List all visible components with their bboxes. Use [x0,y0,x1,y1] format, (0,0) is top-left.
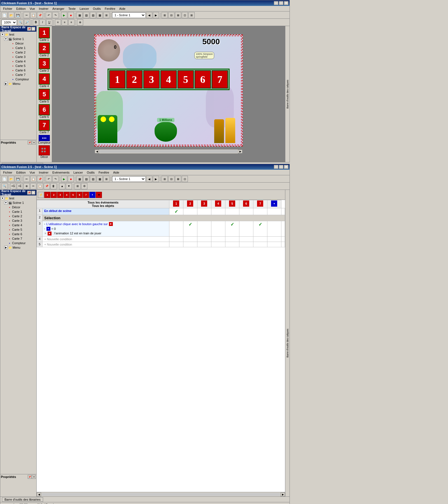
row-content-1[interactable]: En début de scène [43,208,169,215]
view1-btn-b[interactable]: ▦ [76,176,83,182]
row-action-5-5[interactable] [225,242,239,247]
undo-btn-b[interactable]: ↶ [46,176,52,182]
tree-root-top[interactable]: ▼ 📁 test [1,32,36,37]
tree-carte2-top[interactable]: ▪ Carte 2 [1,50,36,55]
hscroll-top[interactable]: ◀ ▶ [94,149,243,154]
row-action-4-4[interactable] [211,237,225,242]
layers-btn[interactable]: ⊞ [188,12,195,18]
menu-vue-top[interactable]: Vue [28,6,37,11]
event-up-btn[interactable]: ▲ [59,183,65,189]
prev-scene-btn-b[interactable]: ◀ [146,176,152,182]
hscroll-track-bottom[interactable] [42,493,280,496]
event-toggle-btn[interactable]: ⊗ [24,183,30,189]
row-action-1-3[interactable] [197,208,211,215]
save-btn[interactable]: 💾 [15,12,21,18]
panel-pin-btn-bottom[interactable]: 📌 [27,191,31,195]
event-table-area[interactable]: Tous les évènements Tous les objets 1 2 [37,200,285,492]
run-btn-b[interactable]: ▶ [61,176,67,182]
redo-btn[interactable]: ↷ [52,12,59,18]
menu-texte-top[interactable]: Texte [67,6,77,11]
row-action-5-9[interactable] [281,242,285,247]
tree-carte6-bottom[interactable]: ▪ Carte 6 [1,232,36,236]
zoom-selector[interactable]: 100% [1,20,17,25]
tree-carte7-top[interactable]: ▪ Carte 7 [1,73,36,77]
obj-icon-extra[interactable]: ★ [96,192,102,198]
thumb-carte5[interactable]: 5 Carte 5 [39,89,50,103]
menu-edition-bottom[interactable]: Edition [15,170,27,175]
tree-scene-top[interactable]: ▼ 🎬 Scène 1 [1,37,36,41]
menu-vue-bottom[interactable]: Vue [28,170,37,175]
row-action-4-6[interactable] [239,237,253,242]
new-btn[interactable]: 📄 [1,12,8,18]
open-btn-b[interactable]: 📂 [8,176,14,182]
row-action-4-9[interactable] [281,237,285,242]
row-action-3-9[interactable] [281,221,285,237]
cut-btn[interactable]: ✂ [24,12,30,18]
grid-btn-b[interactable]: ⊞ [162,176,168,182]
view2-btn-b[interactable]: ▧ [83,176,89,182]
row-action-1-7[interactable] [253,208,267,215]
menu-inserer-top[interactable]: Insérer [37,6,50,11]
row-action-1-1[interactable]: ✓ [169,208,183,215]
snap-btn-b[interactable]: ⊟ [168,176,174,182]
event-new-event-btn[interactable]: +E [17,183,23,189]
row-action-4-1[interactable] [169,237,183,242]
row-content-3[interactable]: • L'utilisateur clique avec le bouton ga… [43,221,169,237]
tree-carte4-top[interactable]: ▪ Carte 4 [1,59,36,64]
obj-icon-7[interactable]: 7 [83,192,89,198]
scene-selector-bottom[interactable]: 1 - Scène 1 [112,176,146,182]
view5-btn[interactable]: ⊞ [103,12,109,18]
menu-fichier-top[interactable]: Fichier [1,6,14,11]
row-action-5-3[interactable] [197,242,211,247]
ruler-btn-b[interactable]: ⊠ [175,176,181,182]
save-btn-b[interactable]: 💾 [15,176,21,182]
view4-btn-b[interactable]: ▩ [97,176,103,182]
view5-btn-b[interactable]: ⊞ [103,176,109,182]
snap-btn[interactable]: ⊟ [168,12,174,18]
tree-compteur-top[interactable]: ▪ Compteur [1,77,36,81]
maximize-btn-top[interactable]: □ [279,1,283,5]
obj-icon-3[interactable]: 3 [57,192,63,198]
thumb-carte4[interactable]: 4 Carte 4 [39,73,50,88]
tree-expand-root-bottom[interactable]: ▼ [1,197,4,200]
menu-aide-top[interactable]: Aide [118,6,127,11]
hscroll-right-btn-b[interactable]: ▶ [281,493,285,496]
cut-btn-b[interactable]: ✂ [24,176,30,182]
run-btn[interactable]: ▶ [61,12,67,18]
row-content-5[interactable]: + Nouvelle condition [43,242,169,247]
new-btn-b[interactable]: 📄 [1,176,8,182]
extras-btn[interactable]: ⊡ [182,12,188,18]
event-copy-btn[interactable]: 📋 [37,183,43,189]
tree-carte4-bottom[interactable]: ▪ Carte 4 [1,223,36,227]
obj-icon-5[interactable]: 5 [70,192,76,198]
row-action-3-5[interactable]: ✓ [225,221,239,237]
tree-expand-scene-top[interactable]: ▼ [4,37,8,41]
menu-fichier-bottom[interactable]: Fichier [1,170,14,175]
row-action-3-2[interactable]: ✓ [183,221,197,237]
row-action-1-6[interactable] [239,208,253,215]
next-scene-btn-b[interactable]: ▶ [153,176,159,182]
open-btn[interactable]: 📂 [8,12,14,18]
group-header-selection[interactable]: Sélection [43,215,285,221]
event-props-btn[interactable]: ⚙ [81,183,87,189]
row-action-3-7[interactable]: ✓ [253,221,267,237]
tree-carte6-top[interactable]: ▪ Carte 6 [1,68,36,73]
event-filter-btn[interactable]: 🔍 [1,183,8,189]
view1-btn[interactable]: ▦ [76,12,83,18]
event-down-btn[interactable]: ▼ [66,183,72,189]
tree-carte1-top[interactable]: ▪ Carte 1 [1,46,36,50]
tree-carte5-top[interactable]: ▪ Carte 5 [1,64,36,68]
menu-lancer-bottom[interactable]: Lancer [72,170,85,175]
row-action-3-3[interactable] [197,221,211,237]
panel-close-btn-bottom[interactable]: ✕ [31,191,35,195]
thumb-decor[interactable]: Décor [39,145,50,158]
view2-btn[interactable]: ▧ [83,12,89,18]
tree-carte3-bottom[interactable]: ▪ Carte 3 [1,218,36,223]
obj-icon-counter[interactable]: ● [89,192,95,198]
redo-btn-b[interactable]: ↷ [52,176,59,182]
canvas-area-top[interactable]: 5000 0 100% Simpsonspringfield 1 2 3 4 [52,26,285,162]
paste-btn-b[interactable]: 📌 [37,176,43,182]
paste-btn[interactable]: 📌 [37,12,43,18]
row-action-5-4[interactable] [211,242,225,247]
row-action-4-8[interactable] [267,237,281,242]
